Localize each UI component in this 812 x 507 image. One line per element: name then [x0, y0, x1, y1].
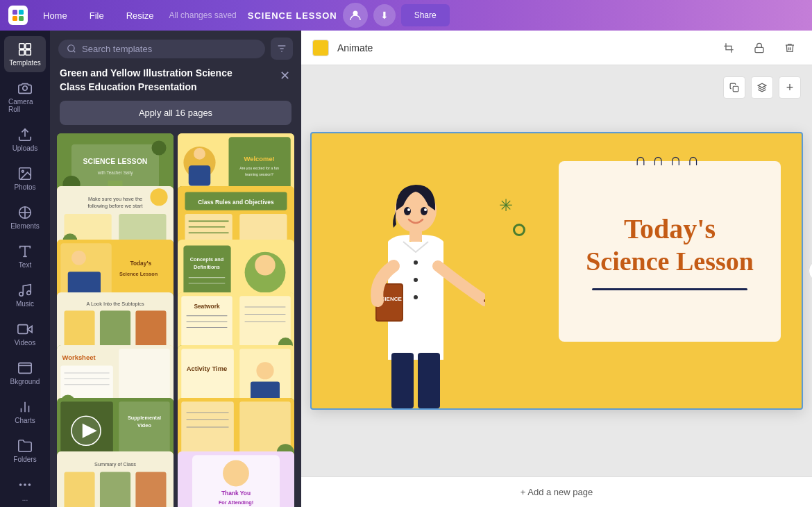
svg-text:Video: Video	[137, 422, 151, 429]
sidebar-item-photos[interactable]: Photos	[4, 160, 46, 197]
svg-rect-3	[19, 16, 24, 21]
svg-point-28	[28, 483, 31, 486]
svg-text:Are you excited for a fun: Are you excited for a fun	[239, 167, 279, 171]
share-icon-btn[interactable]: Share	[401, 4, 450, 26]
svg-point-141	[414, 295, 418, 299]
search-input-wrap[interactable]	[58, 40, 265, 58]
more-icon	[17, 477, 33, 492]
canvas-area: + ✳	[301, 65, 812, 476]
add-page-label: + Add a new page	[521, 487, 593, 497]
autosave-text: All changes saved	[169, 10, 236, 20]
svg-rect-142	[391, 353, 414, 408]
svg-point-148	[404, 207, 411, 215]
sidebar-label-videos: Videos	[15, 339, 35, 347]
refresh-button[interactable]	[809, 260, 812, 282]
app-logo[interactable]	[8, 6, 28, 25]
animate-label[interactable]: Animate	[337, 42, 373, 53]
filter-button[interactable]	[271, 38, 293, 60]
svg-rect-126	[135, 472, 166, 507]
icon-sidebar: Templates Camera Roll Uploads Photos Ele…	[0, 31, 50, 507]
svg-text:Supplemental: Supplemental	[128, 415, 161, 422]
lock-icon-btn[interactable]	[748, 37, 770, 59]
file-nav[interactable]: File	[83, 8, 111, 24]
close-button[interactable]: ✕	[278, 67, 291, 85]
templates-grid: SCIENCE LESSON with Teacher Sally Welcom…	[50, 133, 301, 507]
sidebar-label-charts: Charts	[15, 417, 35, 424]
svg-point-150	[407, 208, 410, 211]
resize-nav[interactable]: Resize	[119, 8, 161, 24]
add-page-bar[interactable]: + Add a new page	[301, 476, 812, 507]
music-icon	[17, 283, 33, 298]
slide-canvas: ✳	[310, 132, 803, 410]
home-nav[interactable]: Home	[36, 8, 74, 24]
svg-rect-8	[26, 50, 31, 55]
folders-icon	[17, 438, 33, 454]
svg-rect-124	[65, 472, 95, 507]
profile-icon-btn[interactable]	[343, 3, 368, 28]
svg-text:Worksheet: Worksheet	[62, 354, 96, 361]
svg-rect-134	[733, 86, 738, 92]
svg-text:with Teacher Sally: with Teacher Sally	[97, 170, 133, 176]
share-label: Share	[414, 10, 437, 20]
sidebar-item-background[interactable]: Bkground	[4, 355, 46, 391]
sidebar-item-music[interactable]: Music	[4, 277, 46, 313]
sidebar-label-more: ...	[22, 494, 28, 502]
color-swatch[interactable]	[312, 40, 329, 56]
sidebar-item-text[interactable]: Text	[4, 238, 46, 274]
sidebar-item-videos[interactable]: Videos	[4, 316, 46, 352]
background-icon	[17, 360, 33, 376]
search-input[interactable]	[82, 44, 257, 54]
sidebar-item-templates[interactable]: Templates	[4, 36, 46, 72]
upload-icon	[17, 127, 33, 142]
teacher-illustration: SCIENCE	[346, 172, 485, 408]
sidebar-item-elements[interactable]: Elements	[4, 199, 46, 235]
topbar: Home File Resize All changes saved SCIEN…	[0, 0, 812, 31]
delete-icon	[784, 42, 795, 53]
sidebar-item-uploads[interactable]: Uploads	[4, 122, 46, 158]
svg-text:SCIENCE LESSON: SCIENCE LESSON	[83, 157, 148, 165]
template-thumb-14[interactable]: Thank You For Attending!	[178, 451, 294, 507]
svg-text:Science Lesson: Science Lesson	[119, 271, 158, 277]
sidebar-label-camera: Camera Roll	[8, 98, 42, 113]
svg-point-106	[256, 362, 273, 379]
svg-marker-135	[758, 83, 766, 88]
sidebar-item-folders[interactable]: Folders	[4, 433, 46, 469]
svg-rect-137	[409, 229, 422, 242]
svg-point-129	[223, 460, 249, 486]
search-bar	[50, 31, 301, 67]
curly-decoration: ∩∩∩∩	[635, 150, 705, 169]
sidebar-label-photos: Photos	[14, 183, 35, 191]
template-thumb-13[interactable]: Summary of Class	[57, 451, 174, 507]
duplicate-slide-btn[interactable]	[723, 76, 745, 99]
svg-point-12	[22, 170, 24, 172]
svg-point-18	[19, 292, 24, 297]
svg-text:following before we start: following before we start	[87, 203, 142, 210]
apply-all-button[interactable]: Apply all 16 pages	[60, 101, 291, 125]
svg-text:Definitions: Definitions	[194, 264, 220, 270]
svg-rect-5	[19, 44, 24, 49]
sidebar-item-more[interactable]: ...	[4, 472, 46, 507]
download-icon-btn[interactable]: ⬇	[373, 4, 396, 26]
sidebar-item-charts[interactable]: Charts	[4, 394, 46, 430]
crop-icon-btn[interactable]	[718, 37, 740, 59]
add-slide-btn[interactable]: +	[779, 76, 801, 99]
svg-rect-133	[755, 47, 763, 52]
svg-point-140	[414, 278, 418, 282]
sidebar-item-camera-roll[interactable]: Camera Roll	[4, 75, 46, 119]
svg-rect-132	[726, 46, 731, 49]
svg-point-39	[152, 141, 167, 156]
sidebar-label-templates: Templates	[9, 59, 41, 67]
delete-icon-btn[interactable]	[779, 37, 801, 59]
svg-rect-71	[183, 245, 230, 299]
content-toolbar: Animate	[301, 31, 812, 65]
sidebar-label-bkground: Bkground	[10, 378, 40, 385]
copy-icon	[729, 83, 739, 92]
svg-text:learning session?: learning session?	[245, 172, 273, 176]
svg-rect-7	[19, 50, 24, 55]
svg-text:Make sure you have the: Make sure you have the	[88, 196, 142, 202]
svg-line-30	[74, 51, 76, 53]
content-area: Animate +	[301, 31, 812, 507]
copy-slide-btn[interactable]	[751, 76, 773, 99]
main-layout: Templates Camera Roll Uploads Photos Ele…	[0, 31, 812, 507]
layers-icon	[757, 83, 767, 92]
